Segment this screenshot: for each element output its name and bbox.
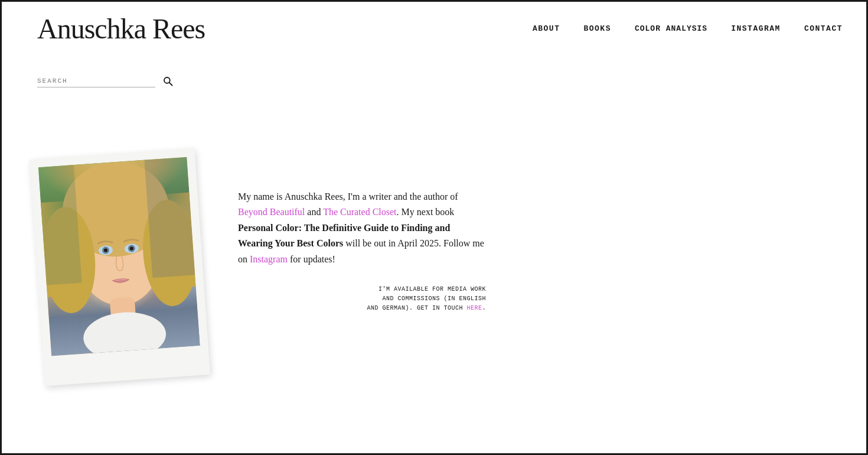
search-icon <box>162 76 173 86</box>
nav-link-about[interactable]: ABOUT <box>533 24 560 33</box>
photo-polaroid <box>30 148 210 386</box>
media-line1: I'M AVAILABLE FOR MEDIA WORK <box>378 286 486 292</box>
search-area <box>2 56 866 106</box>
nav-link-color-analysis[interactable]: COLOR ANALYSIS <box>635 24 707 33</box>
site-title: Anuschka Rees <box>37 12 205 45</box>
bio-connector2: . My next book <box>397 207 455 217</box>
bio-outro2: for updates! <box>288 254 335 264</box>
bio-paragraph: My name is Anuschka Rees, I'm a writer a… <box>238 189 486 267</box>
media-line3: AND GERMAN). GET IN TOUCH HERE. <box>367 305 486 311</box>
search-input[interactable] <box>37 75 155 87</box>
search-button[interactable] <box>160 73 175 89</box>
bio-intro: My name is Anuschka Rees, I'm a writer a… <box>238 191 458 202</box>
svg-rect-16 <box>144 157 195 278</box>
beyond-beautiful-link[interactable]: Beyond Beautiful <box>238 207 305 217</box>
svg-line-1 <box>169 83 172 86</box>
here-link[interactable]: HERE <box>466 305 482 311</box>
media-line2: AND COMMISSIONS (IN ENGLISH <box>382 295 486 302</box>
nav-link-books[interactable]: BOOKS <box>583 24 611 33</box>
curated-closet-link[interactable]: The Curated Closet <box>323 207 396 217</box>
nav-link-contact[interactable]: CONTACT <box>804 24 843 33</box>
bio-section: My name is Anuschka Rees, I'm a writer a… <box>238 189 486 313</box>
media-availability-note: I'M AVAILABLE FOR MEDIA WORK AND COMMISS… <box>238 285 486 313</box>
bio-connector1: and <box>305 207 323 217</box>
instagram-link[interactable]: Instagram <box>250 254 288 264</box>
main-content: My name is Anuschka Rees, I'm a writer a… <box>2 142 866 404</box>
portrait-svg <box>38 157 200 356</box>
nav-link-instagram[interactable]: INSTAGRAM <box>731 24 781 33</box>
main-nav: ABOUT BOOKS COLOR ANALYSIS INSTAGRAM CON… <box>533 24 843 33</box>
